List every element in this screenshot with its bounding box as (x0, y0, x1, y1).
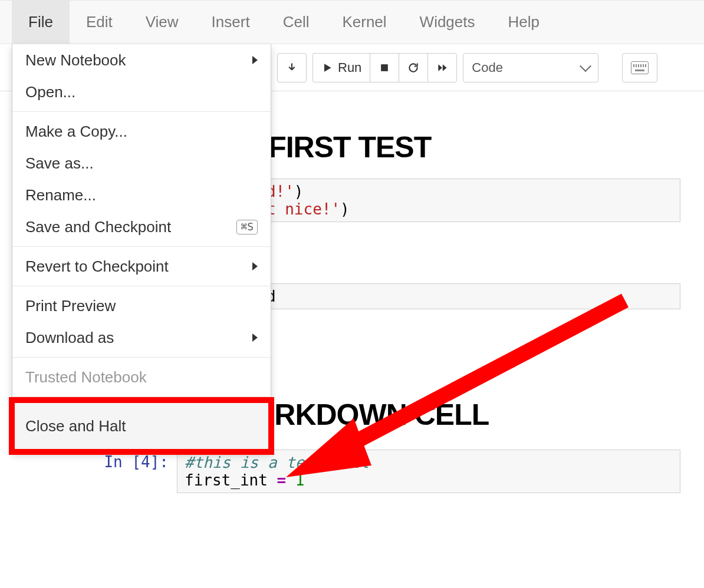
code-cell-4[interactable]: In [4]: #this is a test cell first_int =… (12, 450, 692, 493)
divider (12, 357, 271, 358)
code-number: 1 (286, 471, 304, 489)
divider (12, 111, 271, 112)
divider (12, 246, 271, 247)
code-input-area[interactable]: #this is a test cell first_int = 1 (177, 450, 680, 493)
interrupt-button[interactable] (370, 53, 399, 82)
fast-forward-icon (436, 62, 448, 74)
play-icon (321, 62, 333, 74)
restart-run-all-button[interactable] (427, 53, 457, 82)
submenu-arrow-icon (252, 333, 258, 342)
menu-view[interactable]: View (129, 1, 195, 44)
svg-rect-0 (381, 64, 389, 71)
menu-item-label: Print Preview (25, 297, 116, 315)
code-operator: = (277, 471, 287, 489)
menu-item-label: Revert to Checkpoint (25, 257, 169, 276)
code-comment: #this is a test cell (185, 454, 369, 471)
run-label: Run (338, 60, 361, 75)
menu-item-label: Save as... (25, 154, 94, 173)
run-button[interactable]: Run (312, 53, 370, 82)
menu-close-and-halt[interactable]: Close and Halt (12, 401, 271, 451)
menu-item-label: Make a Copy... (25, 123, 127, 141)
submenu-arrow-icon (252, 56, 258, 64)
menu-revert-checkpoint[interactable]: Revert to Checkpoint (12, 250, 271, 282)
code-text: first_int (185, 471, 277, 489)
divider (12, 397, 271, 397)
menu-rename[interactable]: Rename... (12, 179, 271, 211)
code-text: ) (340, 200, 350, 218)
menu-item-label: Close and Halt (25, 417, 126, 435)
menu-file[interactable]: File (12, 1, 70, 44)
command-palette-button[interactable] (622, 53, 657, 82)
menu-print-preview[interactable]: Print Preview (12, 290, 271, 322)
menu-kernel[interactable]: Kernel (325, 1, 403, 44)
menu-save-checkpoint[interactable]: Save and Checkpoint ⌘S (12, 211, 271, 243)
menu-insert[interactable]: Insert (195, 1, 267, 44)
keyboard-icon (631, 61, 649, 74)
menu-item-label: Open... (25, 83, 75, 101)
code-text: ) (294, 183, 304, 200)
file-dropdown: New Notebook Open... Make a Copy... Save… (12, 44, 271, 452)
menu-trusted-notebook: Trusted Notebook (12, 361, 271, 393)
shortcut-badge: ⌘S (236, 220, 258, 234)
restart-button[interactable] (399, 53, 427, 82)
menu-cell[interactable]: Cell (267, 1, 326, 44)
menu-item-label: Download as (25, 329, 114, 347)
menu-new-notebook[interactable]: New Notebook (12, 44, 271, 76)
move-down-button[interactable] (277, 53, 307, 82)
menu-download-as[interactable]: Download as (12, 322, 271, 354)
submenu-arrow-icon (252, 262, 258, 270)
menu-save-as[interactable]: Save as... (12, 147, 271, 179)
menu-item-label: Save and Checkpoint (25, 218, 171, 236)
stop-icon (379, 62, 390, 74)
menu-widgets[interactable]: Widgets (403, 1, 492, 44)
cell-type-value: Code (472, 60, 503, 75)
menubar: File Edit View Insert Cell Kernel Widget… (0, 0, 704, 44)
input-prompt: In [4]: (77, 450, 177, 471)
menu-open[interactable]: Open... (12, 76, 271, 108)
menu-help[interactable]: Help (492, 1, 556, 44)
menu-item-label: Rename... (25, 186, 96, 204)
divider (12, 286, 271, 286)
refresh-icon (407, 62, 419, 74)
menu-make-copy[interactable]: Make a Copy... (12, 115, 271, 147)
menu-item-label: New Notebook (25, 51, 126, 70)
run-group: Run (312, 53, 457, 82)
arrow-down-icon (286, 62, 298, 74)
menu-item-label: Trusted Notebook (25, 368, 147, 387)
cell-type-select[interactable]: Code (463, 53, 598, 82)
menu-edit[interactable]: Edit (70, 1, 129, 44)
